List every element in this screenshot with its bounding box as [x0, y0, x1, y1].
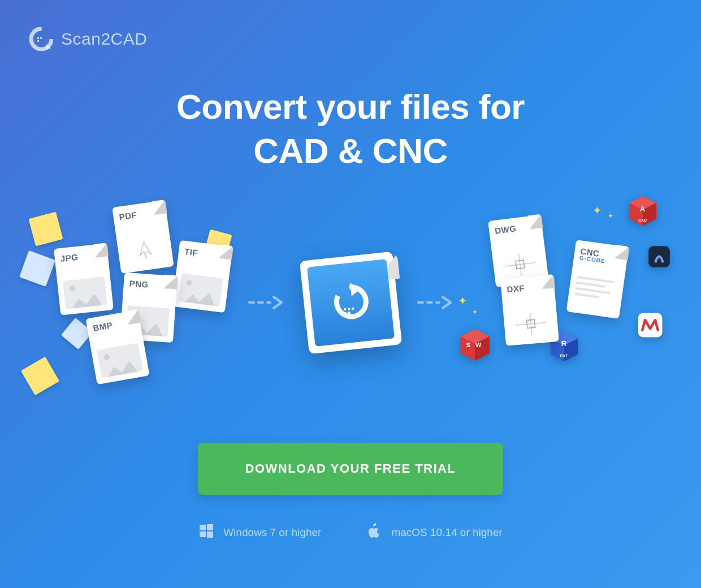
file-card-bmp: BMP	[85, 310, 149, 385]
sparkle-icon: ✦	[608, 212, 613, 220]
mac-requirement: macOS 10.14 or higher	[366, 523, 502, 542]
app-cube-archicad	[646, 243, 673, 270]
cube-sublabel: RVT	[560, 354, 568, 358]
file-card-tif: TIF	[172, 240, 233, 313]
apple-icon	[366, 523, 382, 542]
logo-text: Scan2CAD	[61, 29, 147, 49]
sparkle-icon: ✦	[592, 204, 602, 217]
svg-rect-3	[37, 40, 39, 42]
cad-drawing-icon	[509, 308, 553, 340]
cube-label: R	[561, 339, 566, 348]
svg-rect-20	[207, 524, 213, 530]
windows-requirement: Windows 7 or higher	[198, 523, 321, 542]
file-card-cnc: CNC G-CODE	[566, 240, 629, 319]
svg-rect-5	[343, 308, 345, 310]
svg-rect-12	[638, 313, 662, 338]
image-icon	[63, 276, 107, 309]
svg-rect-22	[207, 531, 213, 538]
file-card-dxf: DXF	[500, 275, 559, 346]
sparkle-icon: ✦	[472, 308, 478, 316]
cube-sublabel: CAD	[638, 218, 647, 222]
image-icon	[97, 343, 143, 378]
windows-icon	[198, 523, 214, 542]
cube-label: A	[640, 204, 645, 213]
logo-icon	[29, 27, 53, 51]
mac-text: macOS 10.14 or higher	[391, 526, 502, 539]
output-files-cluster: ✦ ✦ ✦ ✦ A CAD R RVT S W DWG	[461, 209, 653, 396]
page-headline: Convert your files forCAD & CNC	[0, 85, 701, 172]
conversion-flow: PDF TIF JPG PNG BMP	[0, 209, 701, 396]
app-cube-mastercam	[636, 311, 664, 339]
cube-label: S W	[466, 341, 483, 348]
svg-rect-19	[200, 525, 206, 530]
svg-rect-6	[347, 307, 349, 309]
sparkle-icon: ✦	[458, 294, 468, 308]
app-cube-autocad: A CAD	[627, 195, 659, 227]
sticky-note-icon	[20, 357, 59, 395]
file-card-pdf: PDF	[112, 200, 174, 274]
file-card-jpg: JPG	[54, 243, 114, 315]
svg-rect-2	[40, 37, 42, 39]
svg-rect-21	[200, 531, 206, 537]
windows-text: Windows 7 or higher	[223, 526, 321, 539]
os-requirements: Windows 7 or higher macOS 10.14 or highe…	[0, 523, 701, 542]
svg-rect-1	[37, 37, 39, 39]
app-cube-solidworks: S W	[458, 328, 492, 362]
arrow-right-icon	[241, 294, 292, 311]
sticky-note-icon	[28, 211, 63, 246]
arrow-right-icon	[410, 294, 461, 311]
svg-rect-7	[351, 307, 353, 309]
image-icon	[178, 273, 223, 306]
app-icon	[304, 256, 397, 349]
download-trial-button[interactable]: DOWNLOAD YOUR FREE TRIAL	[198, 443, 503, 495]
svg-rect-9	[348, 311, 350, 313]
logo: Scan2CAD	[29, 27, 147, 51]
input-files-cluster: PDF TIF JPG PNG BMP	[49, 209, 241, 396]
sticky-note-icon	[19, 250, 55, 287]
